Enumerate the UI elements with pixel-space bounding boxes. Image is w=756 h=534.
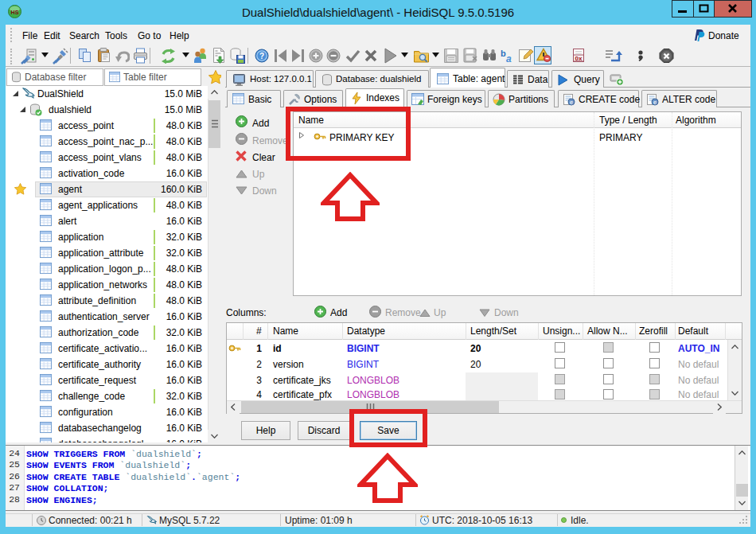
svg-text:HS: HS	[11, 10, 19, 16]
svg-text:a: a	[506, 53, 512, 64]
svg-text:b: b	[501, 49, 506, 58]
svg-text:e: e	[570, 99, 573, 106]
svg-text:?: ?	[259, 52, 264, 60]
svg-text:0x: 0x	[575, 55, 583, 62]
svg-text:e: e	[653, 99, 657, 106]
